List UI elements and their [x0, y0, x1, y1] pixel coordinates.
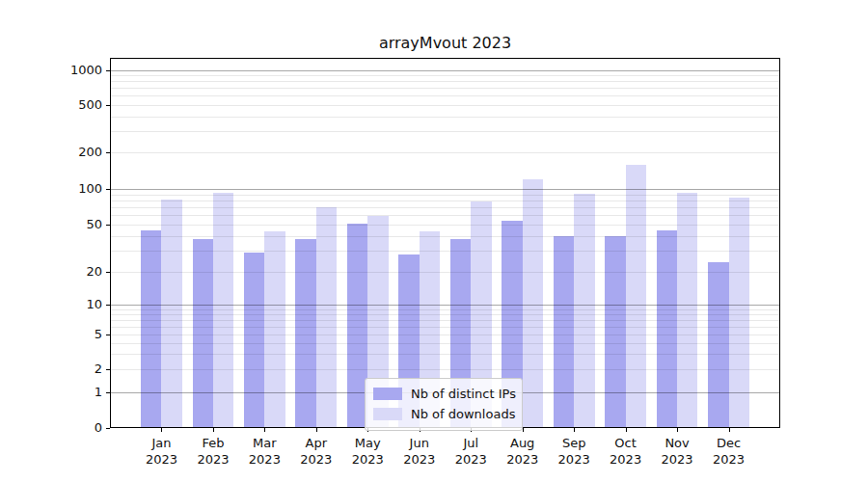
y-tick-label: 50 — [39, 218, 102, 231]
legend-row-downloads: Nb of downloads — [373, 404, 514, 424]
x-tick-label: Jul2023 — [440, 435, 502, 468]
y-tick-label: 2 — [39, 362, 102, 376]
x-tick-mark — [729, 428, 730, 432]
x-tick-label: Jun2023 — [389, 435, 450, 468]
x-tick-label: Oct2023 — [595, 435, 657, 468]
x-tick-label: Apr2023 — [285, 435, 347, 468]
x-tick-label: Dec2023 — [698, 435, 760, 468]
plot-frame — [110, 58, 780, 428]
y-tick-label: 100 — [39, 182, 102, 196]
x-tick-mark — [626, 428, 627, 432]
x-tick-mark — [574, 428, 575, 432]
legend-swatch-downloads — [373, 408, 402, 420]
x-tick-label: Feb2023 — [182, 435, 244, 468]
x-tick-label: Aug2023 — [492, 435, 554, 468]
y-tick-label: 1000 — [39, 64, 102, 77]
x-tick-mark — [316, 428, 317, 432]
x-tick-label: Sep2023 — [543, 435, 605, 468]
y-tick-label: 0 — [39, 421, 102, 435]
y-tick-label: 500 — [39, 98, 102, 112]
x-tick-label: Nov2023 — [646, 435, 708, 468]
x-tick-label: Mar2023 — [233, 435, 295, 468]
x-tick-label: Jan2023 — [130, 435, 192, 468]
y-tick-label: 1 — [39, 386, 102, 399]
y-tick-label: 200 — [39, 146, 102, 159]
y-tick-label: 20 — [39, 265, 102, 279]
y-tick-label: 5 — [39, 328, 102, 341]
x-tick-mark — [677, 428, 678, 432]
x-tick-mark — [213, 428, 214, 432]
y-tick-mark — [106, 428, 110, 429]
legend-label-downloads: Nb of downloads — [411, 407, 515, 421]
legend-row-distinct-ips: Nb of distinct IPs — [373, 384, 514, 404]
chart-figure: arrayMvout 2023 01251020501002005001000J… — [0, 0, 868, 482]
legend: Nb of distinct IPs Nb of downloads — [365, 378, 523, 431]
chart-title: arrayMvout 2023 — [110, 35, 780, 52]
y-tick-label: 10 — [39, 298, 102, 311]
legend-swatch-distinct-ips — [373, 388, 402, 400]
x-tick-label: May2023 — [337, 435, 398, 468]
x-tick-mark — [161, 428, 162, 432]
x-tick-mark — [264, 428, 265, 432]
legend-label-distinct-ips: Nb of distinct IPs — [411, 387, 516, 401]
